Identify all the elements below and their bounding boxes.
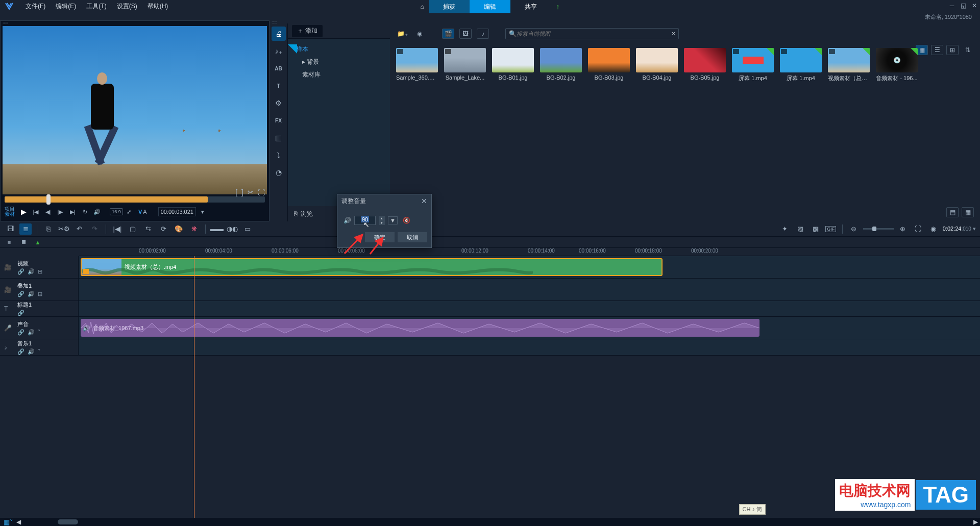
preview-viewport[interactable] bbox=[3, 26, 267, 194]
media-item[interactable]: BG-B02.jpg bbox=[540, 48, 582, 82]
video-clip[interactable]: 视频素材（总）.mp4 bbox=[81, 258, 663, 276]
media-item[interactable]: Sample_Lake... bbox=[444, 48, 486, 82]
capture-icon[interactable]: ◉ bbox=[413, 29, 426, 39]
preview-mode-toggle[interactable]: 项目 素材 bbox=[5, 207, 15, 217]
home-icon[interactable]: ⌂ bbox=[415, 0, 429, 13]
timeline-view-icon[interactable]: ≣ bbox=[19, 223, 32, 235]
menu-tools[interactable]: 工具(T) bbox=[81, 2, 111, 11]
expand-icon[interactable]: ˅ bbox=[38, 329, 41, 336]
media-item[interactable]: 屏幕 1.mp4 bbox=[780, 48, 822, 82]
browse-icon[interactable]: ⎘ bbox=[294, 210, 298, 217]
track-content[interactable] bbox=[79, 279, 980, 300]
lib-info-icon[interactable]: ▦ bbox=[962, 207, 974, 217]
track-opt-1[interactable]: ≡ bbox=[4, 238, 14, 246]
search-input[interactable] bbox=[517, 31, 672, 37]
fx-tool-icon[interactable]: FX bbox=[272, 113, 286, 128]
title-tool-icon[interactable]: T bbox=[272, 79, 286, 93]
sort-icon[interactable]: ⇅ bbox=[962, 45, 974, 55]
title-track-icon[interactable]: T bbox=[4, 305, 13, 312]
trim-start-icon[interactable]: |◀| bbox=[111, 223, 124, 235]
media-item[interactable]: Sample_360.m... bbox=[396, 48, 438, 82]
settings-tool-icon[interactable]: ⚙ bbox=[272, 96, 286, 110]
marker-icon[interactable]: ▭ bbox=[241, 223, 254, 235]
scroll-left-icon[interactable]: ◀ bbox=[16, 518, 21, 525]
media-item[interactable]: BG-B01.jpg bbox=[492, 48, 534, 82]
export-arrow-icon[interactable]: ↑ bbox=[551, 0, 565, 13]
menu-edit[interactable]: 编辑(E) bbox=[51, 2, 81, 11]
reverse-icon[interactable]: ⟳ bbox=[157, 223, 169, 235]
link-icon[interactable]: 🔗 bbox=[17, 310, 24, 316]
track-opt-add[interactable]: ▲ bbox=[33, 238, 43, 246]
tracking-tool-icon[interactable]: ◔ bbox=[272, 165, 286, 180]
track-content[interactable] bbox=[79, 301, 980, 316]
add-media-button[interactable]: ＋ 添加 bbox=[292, 25, 323, 37]
aspect-ratio-button[interactable]: 16:9 bbox=[111, 206, 122, 217]
media-item[interactable]: BG-B05.jpg bbox=[684, 48, 726, 82]
resize-mode-icon[interactable]: ⤢ bbox=[123, 206, 134, 217]
media-item[interactable]: 💿音频素材 - 196... bbox=[876, 48, 918, 82]
music-track-icon[interactable]: ♪ bbox=[4, 344, 13, 351]
view-thumbs-icon[interactable]: ⊞ bbox=[946, 45, 959, 55]
video-track-icon[interactable]: 🎥 bbox=[4, 264, 13, 271]
scrub-handle[interactable] bbox=[46, 194, 51, 205]
track-fx3-icon[interactable]: ▩ bbox=[810, 223, 822, 235]
minimize-icon[interactable]: ─ bbox=[948, 2, 955, 9]
lib-props-icon[interactable]: ▤ bbox=[946, 207, 959, 217]
track-opt-2[interactable]: ≣ bbox=[18, 238, 29, 246]
speed-icon[interactable]: ⇆ bbox=[142, 223, 154, 235]
mute-icon[interactable]: 🔊 bbox=[28, 268, 35, 275]
scroll-right-icon[interactable]: ▶ bbox=[973, 518, 978, 525]
expand-icon[interactable]: ˅ bbox=[38, 348, 41, 355]
next-frame-icon[interactable]: |▶ bbox=[55, 206, 66, 217]
tab-share[interactable]: 共享 bbox=[510, 0, 551, 13]
mute-icon[interactable]: 🔊 bbox=[28, 348, 35, 355]
search-clear-icon[interactable]: × bbox=[672, 30, 675, 37]
volume-on-icon[interactable]: 🔊 bbox=[344, 217, 351, 224]
media-item[interactable]: BG-B03.jpg bbox=[588, 48, 630, 82]
volume-up-icon[interactable]: ▴ bbox=[379, 216, 385, 220]
toggle-a[interactable]: A bbox=[143, 209, 146, 215]
volume-input[interactable]: 90 bbox=[354, 216, 376, 225]
lock-icon[interactable]: ⊞ bbox=[38, 268, 42, 275]
link-icon[interactable]: 🔗 bbox=[17, 291, 24, 297]
volume-icon[interactable]: 🔊 bbox=[91, 206, 103, 217]
link-icon[interactable]: 🔗 bbox=[17, 329, 24, 336]
overlay-track-icon[interactable]: 🎥 bbox=[4, 286, 13, 293]
track-content[interactable] bbox=[79, 339, 980, 355]
track-content[interactable]: 视频素材（总）.mp4 bbox=[79, 256, 980, 278]
mute-icon[interactable]: 🔊 bbox=[28, 329, 35, 336]
timeline-ruler[interactable]: 00:00:02:0000:00:04:0000:00:06:0000:00:0… bbox=[79, 248, 980, 256]
zoom-in-icon[interactable]: ⊕ bbox=[897, 223, 909, 235]
timeline-scrollbar[interactable]: ▦˅ ◀ ▶ bbox=[0, 518, 980, 526]
gif-icon[interactable]: GIF bbox=[825, 223, 837, 235]
copy-icon[interactable]: ⎘ bbox=[42, 223, 55, 235]
goto-start-icon[interactable]: |◀ bbox=[30, 206, 41, 217]
preview-drag-handle[interactable]: :::::::: bbox=[1, 21, 269, 24]
audio-clip[interactable]: 🔊 音频素材_1967.mp3 bbox=[81, 319, 760, 337]
view-list-icon[interactable]: ☰ bbox=[931, 45, 943, 55]
media-item[interactable]: 视频素材（总）... bbox=[828, 48, 870, 82]
audio-tool-icon[interactable]: ♪₊ bbox=[272, 44, 286, 58]
preview-scrub-bar[interactable] bbox=[5, 196, 265, 203]
preview-timecode[interactable]: 00:00:03:021 bbox=[158, 207, 196, 216]
filter-tool-icon[interactable]: ▦ bbox=[272, 131, 286, 145]
paste-icon[interactable]: ✂⚙ bbox=[58, 223, 70, 235]
ok-button[interactable]: 确定 bbox=[365, 232, 395, 242]
dialog-close-icon[interactable]: ✕ bbox=[421, 197, 427, 205]
toggle-v[interactable]: V bbox=[138, 209, 142, 215]
zoom-fit-icon[interactable]: ⛶ bbox=[912, 223, 924, 235]
playhead[interactable] bbox=[194, 256, 194, 518]
mark-out-icon[interactable]: ] bbox=[241, 188, 243, 196]
tree-item-sample[interactable]: 样本 bbox=[288, 43, 390, 56]
link-icon[interactable]: 🔗 bbox=[17, 348, 24, 355]
browse-label[interactable]: 浏览 bbox=[301, 210, 313, 218]
media-item[interactable]: 屏幕 1.mp4 bbox=[732, 48, 774, 82]
media-tool-icon[interactable]: 🖨 bbox=[272, 27, 286, 41]
filter-image-icon[interactable]: 🖼 bbox=[459, 29, 472, 39]
library-search[interactable]: 🔍 × bbox=[505, 28, 679, 39]
volume-down-icon[interactable]: ▾ bbox=[379, 220, 385, 225]
overlap-icon[interactable]: ◑◐ bbox=[226, 223, 238, 235]
undo-icon[interactable]: ↶ bbox=[73, 223, 85, 235]
storyboard-view-icon[interactable]: 🎞 bbox=[4, 223, 16, 235]
crop-icon[interactable]: ▢ bbox=[127, 223, 139, 235]
